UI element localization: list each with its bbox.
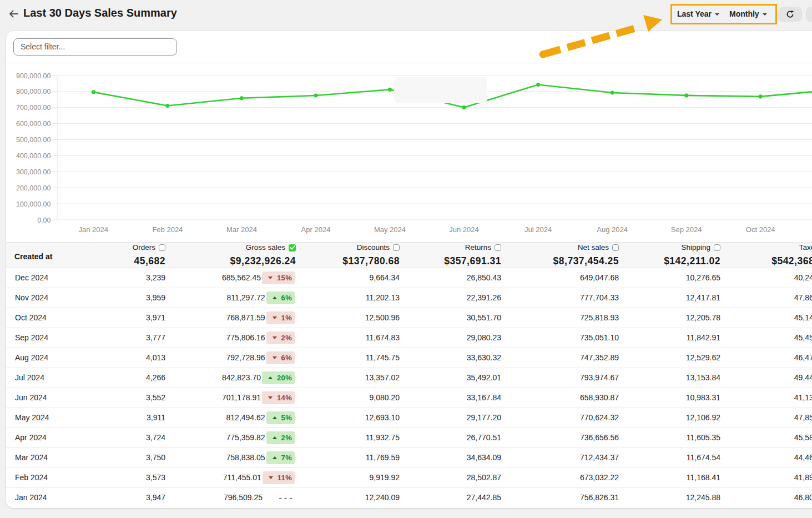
svg-text:300,000.00: 300,000.00 [16,168,51,176]
svg-text:Mar 2024: Mar 2024 [226,225,257,234]
svg-text:500,000.00: 500,000.00 [16,136,51,144]
svg-text:400,000.00: 400,000.00 [16,152,51,160]
svg-text:700,000.00: 700,000.00 [16,104,51,112]
svg-text:Aug 2024: Aug 2024 [597,225,628,234]
svg-text:Feb 2024: Feb 2024 [152,225,183,234]
svg-text:Jul 2024: Jul 2024 [524,225,552,234]
svg-text:600,000.00: 600,000.00 [16,120,51,128]
svg-text:100,000.00: 100,000.00 [16,200,51,208]
svg-text:Apr 2024: Apr 2024 [301,225,331,234]
svg-text:Sep 2024: Sep 2024 [671,225,702,234]
svg-text:800,000.00: 800,000.00 [16,88,51,95]
svg-text:0.00: 0.00 [37,217,51,224]
svg-text:900,000.00: 900,000.00 [16,72,51,80]
svg-text:Jun 2024: Jun 2024 [449,225,479,234]
svg-text:200,000.00: 200,000.00 [16,184,51,192]
svg-text:Jan 2024: Jan 2024 [79,225,109,234]
svg-text:Oct 2024: Oct 2024 [746,225,775,234]
svg-text:May 2024: May 2024 [374,225,406,234]
